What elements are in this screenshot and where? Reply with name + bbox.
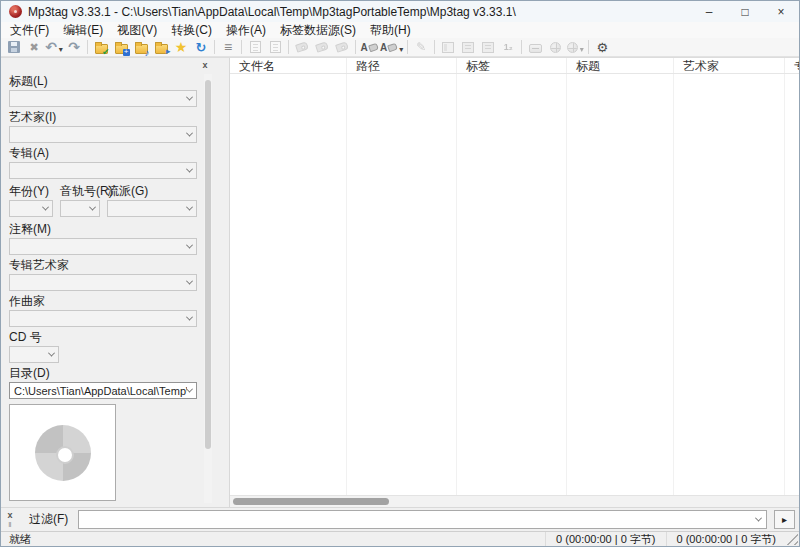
toolbar-separator (214, 40, 215, 54)
toolbar-separator (241, 40, 242, 54)
remove-tag-button[interactable] (24, 38, 44, 56)
copy-tag-icon (315, 41, 329, 52)
remove-id3v1-button[interactable] (458, 38, 478, 56)
filter-close-button[interactable]: x (7, 511, 12, 520)
artist-field-label: 艺术家(I) (9, 110, 197, 124)
convert-filename-tag-button[interactable] (379, 38, 404, 56)
copy-tag-button[interactable] (312, 38, 332, 56)
tag-panel-scrollbar-thumb[interactable] (205, 80, 211, 449)
change-directory-icon (95, 44, 108, 54)
web-source-button[interactable] (545, 38, 565, 56)
tag-panel-content: 标题(L) 艺术家(I) 专辑(A) 年份(Y) (9, 58, 197, 501)
comment-combo[interactable] (9, 238, 197, 255)
year-combo[interactable] (9, 200, 53, 217)
filter-controls: x ‖ (1, 511, 19, 529)
disc-combo[interactable] (9, 346, 59, 363)
maximize-button[interactable]: □ (727, 1, 763, 22)
year-track-genre-row: 年份(Y) 音轨号(R) 流派(G) (9, 182, 197, 220)
genre-combo[interactable] (107, 200, 197, 217)
cut-tag-button[interactable] (292, 38, 312, 56)
add-directory-button[interactable] (111, 38, 131, 56)
filter-input[interactable] (78, 510, 767, 529)
status-ready-text: 就绪 (1, 532, 545, 547)
web-source-icon (550, 42, 561, 53)
file-list-hscrollbar[interactable] (230, 495, 799, 507)
album-art-box[interactable] (9, 404, 116, 501)
autonumbering-wizard-icon (504, 42, 513, 52)
convert-tag-filename-button[interactable] (359, 38, 379, 56)
chevron-down-icon (48, 350, 55, 357)
directory-combo[interactable]: C:\Users\Tian\AppData\Local\Temp\Mp3 (9, 382, 197, 399)
tag-panel-scrollbar[interactable] (204, 74, 212, 503)
artist-combo[interactable] (9, 126, 197, 143)
open-folder-button[interactable] (151, 38, 171, 56)
composer-combo[interactable] (9, 310, 197, 327)
playlist-selected-button[interactable] (265, 38, 285, 56)
playlist-all-button[interactable] (245, 38, 265, 56)
favorites-button[interactable] (171, 38, 191, 56)
menu-item[interactable]: 帮助(H) (363, 22, 418, 38)
undo-icon (45, 39, 57, 55)
select-all-icon (224, 39, 232, 55)
cd-placeholder-icon (35, 425, 91, 481)
refresh-icon (196, 40, 207, 55)
toolbar-separator (434, 40, 435, 54)
open-folder-icon (155, 44, 168, 54)
file-list-hscrollbar-thumb[interactable] (233, 498, 389, 505)
paste-tag-button[interactable] (332, 38, 352, 56)
tag-panel-close-button[interactable]: x (199, 59, 211, 70)
playlist-button[interactable] (131, 38, 151, 56)
change-directory-button[interactable] (91, 38, 111, 56)
year-field-label: 年份(Y) (9, 184, 53, 198)
column-header[interactable]: 路径 (347, 58, 457, 73)
resize-grip[interactable] (786, 533, 798, 545)
edit-tag-button[interactable] (411, 38, 431, 56)
chevron-down-icon (186, 314, 193, 321)
menu-item[interactable]: 视图(V) (110, 22, 164, 38)
redo-button[interactable] (64, 38, 84, 56)
redo-icon (68, 39, 80, 55)
title-combo[interactable] (9, 90, 197, 107)
select-all-button[interactable] (218, 38, 238, 56)
album-field-label: 专辑(A) (9, 146, 197, 160)
column-header[interactable]: 标题 (567, 58, 674, 73)
title-bar: Mp3tag v3.33.1 - C:\Users\Tian\AppData\L… (1, 1, 799, 22)
options-wrench-button[interactable] (592, 38, 612, 56)
window-title: Mp3tag v3.33.1 - C:\Users\Tian\AppData\L… (28, 5, 691, 19)
track-combo[interactable] (60, 200, 100, 217)
close-button[interactable]: × (763, 1, 799, 22)
column-header[interactable]: 文件名^ (230, 58, 347, 73)
filter-expression-button[interactable] (774, 510, 795, 529)
save-tag-button[interactable] (4, 38, 24, 56)
dropdown-arrow-icon[interactable] (580, 38, 584, 56)
dropdown-arrow-icon[interactable] (59, 38, 63, 56)
album-combo[interactable] (9, 162, 197, 179)
menu-item[interactable]: 编辑(E) (56, 22, 110, 38)
column-header[interactable]: 艺术家 (674, 58, 785, 73)
refresh-button[interactable] (191, 38, 211, 56)
minimize-button[interactable]: – (691, 1, 727, 22)
menu-item[interactable]: 操作(A) (219, 22, 273, 38)
remove-id3v2-button[interactable] (478, 38, 498, 56)
genre-field-label: 流派(G) (107, 184, 197, 198)
column-header[interactable]: 标签 (457, 58, 567, 73)
menu-item[interactable]: 文件(F) (3, 22, 56, 38)
playlist-all-icon (250, 41, 261, 53)
undo-button[interactable] (44, 38, 64, 56)
convert-tag-filename-icon (360, 42, 377, 53)
comment-field-label: 注释(M) (9, 222, 197, 236)
column-header[interactable]: 专辑 (785, 58, 799, 73)
panel-splitter[interactable] (214, 58, 229, 507)
cd-rip-button[interactable] (525, 38, 545, 56)
file-list-body[interactable] (230, 74, 799, 495)
autonumbering-wizard-button[interactable] (498, 38, 518, 56)
extended-tags-button[interactable] (438, 38, 458, 56)
chevron-down-icon (186, 94, 193, 101)
menu-item[interactable]: 转换(C) (164, 22, 219, 38)
menu-item[interactable]: 标签数据源(S) (273, 22, 363, 38)
dropdown-arrow-icon[interactable] (399, 38, 403, 56)
album-artist-combo[interactable] (9, 274, 197, 291)
column-gridline (566, 74, 567, 495)
chevron-down-icon (186, 386, 193, 393)
tag-sources-button[interactable] (565, 38, 585, 56)
